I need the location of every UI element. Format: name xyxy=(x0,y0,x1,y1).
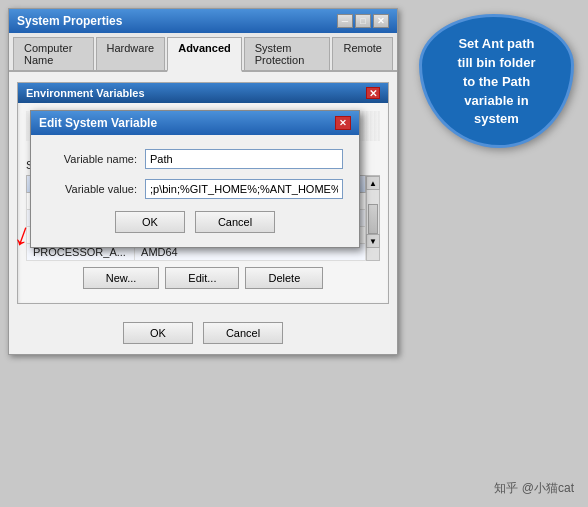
main-cancel-button[interactable]: Cancel xyxy=(203,322,283,344)
edit-system-variable-dialog: Edit System Variable ✕ Variable name: Va… xyxy=(30,110,360,248)
edit-cancel-button[interactable]: Cancel xyxy=(195,211,275,233)
edit-dialog-buttons: OK Cancel xyxy=(47,211,343,233)
title-bar-buttons: ─ □ ✕ xyxy=(337,14,389,28)
delete-var-button[interactable]: Delete xyxy=(245,267,323,289)
table-scrollbar[interactable]: ▲ ▼ xyxy=(366,175,380,261)
watermark: 知乎 @小猫cat xyxy=(494,480,574,497)
maximize-button[interactable]: □ xyxy=(355,14,371,28)
edit-dialog-title-text: Edit System Variable xyxy=(39,116,157,130)
edit-dialog-body: Variable name: Variable value: OK Cancel xyxy=(31,135,359,247)
variable-value-row: Variable value: xyxy=(47,179,343,199)
tabs-bar: Computer Name Hardware Advanced System P… xyxy=(9,33,397,72)
title-bar: System Properties ─ □ ✕ xyxy=(9,9,397,33)
env-panel-close-button[interactable]: ✕ xyxy=(366,87,380,99)
tab-hardware[interactable]: Hardware xyxy=(96,37,166,70)
tab-advanced[interactable]: Advanced xyxy=(167,37,242,72)
tab-system-protection[interactable]: System Protection xyxy=(244,37,331,70)
edit-dialog-close-button[interactable]: ✕ xyxy=(335,116,351,130)
main-ok-button[interactable]: OK xyxy=(123,322,193,344)
variable-name-input[interactable] xyxy=(145,149,343,169)
env-panel-title-text: Environment Variables xyxy=(26,87,145,99)
edit-ok-button[interactable]: OK xyxy=(115,211,185,233)
variable-name-row: Variable name: xyxy=(47,149,343,169)
variable-value-input[interactable] xyxy=(145,179,343,199)
close-button[interactable]: ✕ xyxy=(373,14,389,28)
minimize-button[interactable]: ─ xyxy=(337,14,353,28)
tab-computer-name[interactable]: Computer Name xyxy=(13,37,94,70)
callout-area: Set Ant pathtill bin folderto the Pathva… xyxy=(419,14,574,148)
callout-text: Set Ant pathtill bin folderto the Pathva… xyxy=(458,36,536,126)
main-dialog-buttons: OK Cancel xyxy=(17,316,389,348)
window-title: System Properties xyxy=(17,14,122,28)
env-panel-title-bar: Environment Variables ✕ xyxy=(18,83,388,103)
scroll-up-button[interactable]: ▲ xyxy=(366,176,380,190)
callout-cloud: Set Ant pathtill bin folderto the Pathva… xyxy=(419,14,574,148)
new-var-button[interactable]: New... xyxy=(83,267,160,289)
variable-value-label: Variable value: xyxy=(47,183,137,195)
tab-remote[interactable]: Remote xyxy=(332,37,393,70)
variable-name-label: Variable name: xyxy=(47,153,137,165)
scroll-thumb[interactable] xyxy=(368,204,378,234)
edit-var-button[interactable]: Edit... xyxy=(165,267,239,289)
sys-vars-buttons: New... Edit... Delete xyxy=(26,261,380,295)
edit-dialog-title-bar: Edit System Variable ✕ xyxy=(31,111,359,135)
scroll-down-button[interactable]: ▼ xyxy=(366,234,380,248)
